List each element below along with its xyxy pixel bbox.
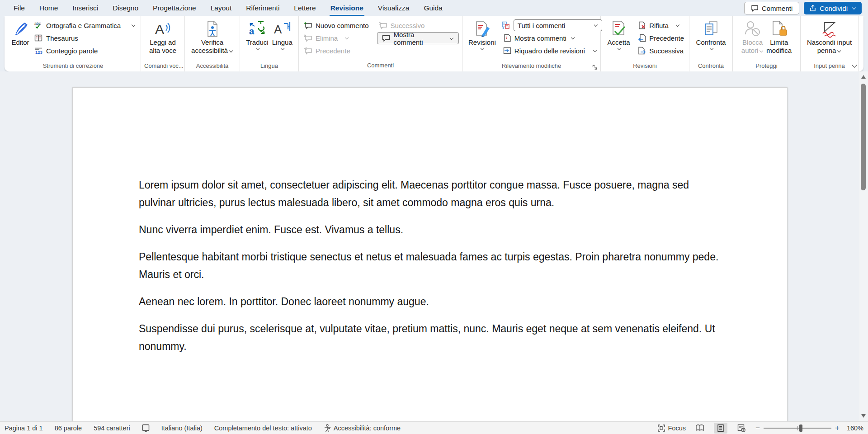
- hide-ink-chevron-icon[interactable]: [837, 49, 841, 52]
- page-indicator[interactable]: Pagina 1 di 1: [5, 425, 43, 432]
- show-markup-button[interactable]: Mostra commenti: [501, 32, 602, 44]
- word-count-indicator[interactable]: 86 parole: [55, 425, 82, 432]
- scroll-down-arrow-icon[interactable]: [861, 414, 866, 418]
- paragraph[interactable]: Lorem ipsum dolor sit amet, consectetuer…: [139, 176, 721, 212]
- reject-chevron-icon[interactable]: [676, 23, 679, 27]
- zoom-slider-center-tick: [797, 426, 798, 430]
- tab-guida[interactable]: Guida: [416, 0, 449, 16]
- read-aloud-button[interactable]: A Leggi ad alta voce: [146, 19, 179, 62]
- next-comment-button[interactable]: Successivo: [377, 19, 459, 31]
- svg-text:a: a: [249, 26, 255, 36]
- block-authors-chevron-icon: [760, 49, 763, 52]
- compare-chevron-icon[interactable]: [709, 47, 713, 50]
- accessibility-chevron-icon[interactable]: [229, 49, 233, 52]
- reviewing-pane-chevron-icon[interactable]: [593, 48, 597, 52]
- track-changes-chevron-icon[interactable]: [481, 47, 484, 50]
- tab-lettere[interactable]: Lettere: [287, 0, 323, 16]
- spelling-chevron-icon[interactable]: [132, 23, 135, 27]
- hide-ink-label-2: penna: [817, 47, 842, 55]
- compare-icon: [702, 19, 720, 38]
- language-chevron-icon[interactable]: [281, 47, 284, 50]
- svg-text:A: A: [155, 22, 164, 37]
- check-accessibility-button[interactable]: Verifica accessibilità: [189, 19, 236, 62]
- show-markup-label: Mostra commenti: [514, 34, 566, 42]
- restrict-editing-label-2: modifica: [766, 47, 792, 55]
- translate-chevron-icon[interactable]: [256, 47, 259, 50]
- web-layout-button[interactable]: [735, 423, 748, 434]
- previous-comment-label: Precedente: [316, 47, 350, 55]
- reviewing-pane-button[interactable]: Riquadro delle revisioni: [501, 45, 602, 57]
- text-completion-indicator[interactable]: Completamento del testo: attivato: [214, 425, 312, 432]
- vertical-scrollbar[interactable]: [859, 71, 868, 421]
- next-comment-icon: [379, 22, 387, 29]
- spelling-grammar-button[interactable]: abc Ortografia e Grammatica: [32, 19, 137, 31]
- block-authors-button[interactable]: Blocca autori: [741, 19, 765, 62]
- next-change-button[interactable]: Successiva: [636, 45, 686, 57]
- tab-riferimenti[interactable]: Riferimenti: [239, 0, 287, 16]
- new-comment-button[interactable]: Nuovo commento: [302, 19, 371, 31]
- reject-button[interactable]: Rifiuta: [636, 19, 686, 31]
- zoom-slider[interactable]: [764, 425, 831, 432]
- hide-ink-button[interactable]: Nascondi input penna: [804, 19, 854, 62]
- previous-comment-button[interactable]: Precedente: [302, 45, 371, 57]
- zoom-out-button[interactable]: −: [755, 424, 760, 433]
- read-mode-button[interactable]: [693, 423, 707, 434]
- previous-change-icon: [638, 34, 646, 42]
- paragraph[interactable]: Nunc viverra imperdiet enim. Fusce est. …: [139, 221, 721, 239]
- accept-chevron-icon[interactable]: [617, 47, 621, 50]
- tab-visualizza[interactable]: Visualizza: [371, 0, 417, 16]
- print-layout-button[interactable]: [714, 423, 727, 434]
- zoom-in-button[interactable]: +: [835, 424, 840, 433]
- new-comment-icon: [304, 22, 312, 29]
- scroll-up-arrow-icon[interactable]: [861, 75, 866, 79]
- delete-comment-button[interactable]: Elimina: [302, 32, 371, 44]
- share-button[interactable]: Condividi: [804, 2, 862, 14]
- tab-file[interactable]: File: [6, 0, 32, 16]
- tracking-dialog-launcher-icon[interactable]: [592, 65, 598, 70]
- comments-button[interactable]: Commenti: [744, 2, 799, 14]
- zoom-slider-thumb[interactable]: [799, 425, 802, 432]
- translate-label: Traduci: [246, 38, 268, 47]
- share-dropdown-chevron-icon[interactable]: [852, 6, 856, 9]
- tab-progettazione[interactable]: Progettazione: [146, 0, 203, 16]
- track-changes-button[interactable]: Revisioni: [466, 19, 499, 62]
- show-comments-chevron-icon[interactable]: [450, 36, 453, 39]
- check-accessibility-label-2: accessibilità: [191, 47, 233, 55]
- previous-change-button[interactable]: Precedente: [636, 32, 686, 44]
- tab-home[interactable]: Home: [32, 0, 65, 16]
- paragraph[interactable]: Pellentesque habitant morbi tristique se…: [139, 248, 721, 283]
- tab-revisione[interactable]: Revisione: [323, 0, 371, 16]
- zoom-level-indicator[interactable]: 160%: [847, 425, 863, 432]
- reject-label: Rifiuta: [649, 22, 669, 29]
- translate-button[interactable]: a Traduci: [245, 19, 269, 62]
- word-count-button[interactable]: 123 Conteggio parole: [32, 45, 137, 57]
- scrollbar-thumb[interactable]: [861, 84, 866, 190]
- spelling-grammar-label: Ortografia e Grammatica: [46, 22, 121, 29]
- show-markup-chevron-icon[interactable]: [571, 36, 575, 39]
- paragraph[interactable]: Aenean nec lorem. In porttitor. Donec la…: [139, 293, 721, 311]
- accept-button[interactable]: Accetta: [604, 19, 633, 62]
- editor-button[interactable]: Editor: [9, 19, 32, 62]
- tab-layout[interactable]: Layout: [203, 0, 239, 16]
- language-indicator[interactable]: Italiano (Italia): [161, 425, 203, 432]
- next-comment-label: Successivo: [391, 22, 425, 29]
- character-count-indicator[interactable]: 594 caratteri: [94, 425, 130, 432]
- document-text[interactable]: Lorem ipsum dolor sit amet, consectetuer…: [139, 176, 721, 365]
- focus-mode-label: Focus: [668, 425, 686, 432]
- language-button[interactable]: A Lingua: [271, 19, 293, 62]
- restrict-editing-icon: [770, 19, 788, 38]
- display-for-review-combobox[interactable]: Tutti i commenti: [514, 19, 602, 31]
- tab-disegno[interactable]: Disegno: [105, 0, 146, 16]
- paragraph[interactable]: Suspendisse dui purus, scelerisque at, v…: [139, 320, 721, 355]
- previous-comment-icon: [304, 47, 312, 55]
- accessibility-status[interactable]: Accessibilità: conforme: [324, 424, 401, 432]
- proofing-status-icon[interactable]: [142, 424, 150, 432]
- show-comments-button[interactable]: Mostra commenti: [377, 32, 459, 44]
- restrict-editing-button[interactable]: Limita modifica: [765, 19, 793, 62]
- thesaurus-button[interactable]: Thesaurus: [32, 32, 137, 44]
- compare-button[interactable]: Confronta: [693, 19, 729, 62]
- group-compare: Confronta Confronta: [689, 16, 733, 71]
- focus-mode-button[interactable]: Focus: [657, 424, 686, 432]
- tab-inserisci[interactable]: Inserisci: [65, 0, 105, 16]
- document-page[interactable]: Lorem ipsum dolor sit amet, consectetuer…: [72, 87, 788, 421]
